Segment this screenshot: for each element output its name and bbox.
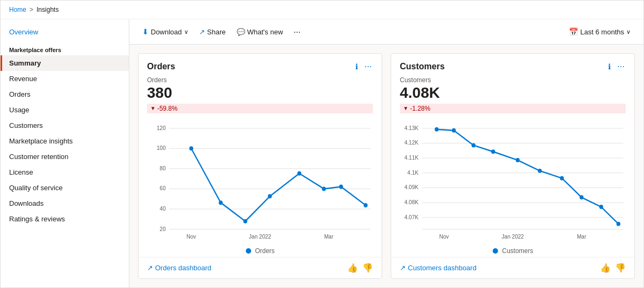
orders-chart: 120 100 80 60 40 20 Nov Jan 2022 Mar bbox=[147, 118, 373, 245]
svg-point-45 bbox=[491, 149, 495, 154]
orders-chart-area: 120 100 80 60 40 20 Nov Jan 2022 Mar bbox=[147, 118, 373, 245]
cards-area: Orders ℹ ⋯ Orders 380 bbox=[129, 45, 643, 287]
more-button[interactable]: ⋯ bbox=[289, 25, 305, 39]
orders-card-footer: ↗ Orders dashboard 👍 👎 bbox=[138, 257, 382, 278]
orders-more-icon: ⋯ bbox=[364, 62, 372, 71]
orders-legend-label: Orders bbox=[255, 247, 275, 255]
svg-text:100: 100 bbox=[157, 145, 166, 151]
customers-thumbdown-button[interactable]: 👎 bbox=[615, 263, 626, 273]
svg-point-21 bbox=[339, 184, 343, 189]
download-icon: ⬇ bbox=[142, 27, 149, 36]
svg-text:4.09K: 4.09K bbox=[404, 184, 418, 190]
svg-point-18 bbox=[268, 194, 272, 198]
customers-card-footer: ↗ Customers dashboard 👍 👎 bbox=[391, 257, 634, 278]
svg-text:Jan 2022: Jan 2022 bbox=[249, 234, 272, 240]
content-area: ⬇ Download ∨ ↗ Share 💬 What's new ⋯ 📅 bbox=[129, 19, 643, 287]
sidebar-item-revenue[interactable]: Revenue bbox=[1, 71, 129, 87]
svg-text:4.07K: 4.07K bbox=[404, 214, 418, 220]
customers-more-button[interactable]: ⋯ bbox=[616, 61, 626, 72]
whats-new-icon: 💬 bbox=[237, 28, 245, 36]
sidebar-item-license[interactable]: License bbox=[1, 164, 129, 180]
customers-chart-area: 4.13K 4.12K 4.11K 4.1K 4.09K 4.08K 4.07K… bbox=[400, 118, 626, 245]
svg-text:Jan 2022: Jan 2022 bbox=[502, 234, 524, 240]
svg-text:60: 60 bbox=[160, 185, 166, 191]
svg-point-16 bbox=[219, 200, 223, 205]
sidebar-item-marketplace-insights[interactable]: Marketplace insights bbox=[1, 133, 129, 149]
download-button[interactable]: ⬇ Download ∨ bbox=[138, 25, 193, 39]
orders-thumbup-button[interactable]: 👍 bbox=[347, 263, 358, 273]
svg-text:40: 40 bbox=[160, 205, 166, 211]
svg-point-48 bbox=[560, 176, 564, 181]
svg-text:80: 80 bbox=[160, 165, 166, 171]
orders-legend: Orders bbox=[147, 245, 373, 257]
svg-point-17 bbox=[243, 219, 247, 224]
svg-text:4.1K: 4.1K bbox=[407, 169, 419, 175]
customers-metric-value: 4.08K bbox=[400, 85, 626, 102]
customers-legend-label: Customers bbox=[502, 247, 533, 255]
customers-legend-dot bbox=[492, 248, 499, 254]
svg-point-50 bbox=[599, 205, 603, 209]
sidebar-item-summary[interactable]: Summary bbox=[1, 55, 129, 71]
svg-point-22 bbox=[364, 203, 368, 207]
sidebar-item-usage[interactable]: Usage bbox=[1, 102, 129, 118]
svg-point-42 bbox=[435, 127, 438, 132]
orders-trend-icon: ↗ bbox=[147, 264, 153, 272]
customers-card: Customers ℹ ⋯ Customers 4.08K bbox=[391, 53, 635, 279]
svg-text:Mar: Mar bbox=[577, 234, 587, 240]
customers-trend-icon: ↗ bbox=[400, 264, 406, 272]
orders-card: Orders ℹ ⋯ Orders 380 bbox=[138, 53, 382, 279]
orders-info-button[interactable]: ℹ bbox=[354, 61, 359, 72]
orders-card-header: Orders ℹ ⋯ bbox=[138, 54, 382, 76]
customers-chart: 4.13K 4.12K 4.11K 4.1K 4.09K 4.08K 4.07K… bbox=[400, 118, 626, 245]
customers-card-header: Customers ℹ ⋯ bbox=[391, 54, 634, 76]
info-icon: ℹ bbox=[355, 62, 358, 71]
svg-point-43 bbox=[452, 128, 456, 133]
sidebar-item-quality-of-service[interactable]: Quality of service bbox=[1, 180, 129, 196]
whats-new-button[interactable]: 💬 What's new bbox=[232, 25, 288, 39]
sidebar-item-downloads[interactable]: Downloads bbox=[1, 196, 129, 211]
customers-more-icon: ⋯ bbox=[617, 62, 625, 71]
svg-text:4.12K: 4.12K bbox=[404, 140, 418, 146]
svg-text:Nov: Nov bbox=[439, 234, 449, 240]
orders-thumbdown-button[interactable]: 👎 bbox=[362, 263, 373, 273]
customers-card-body: Customers 4.08K ▼ -1.28% bbox=[391, 76, 634, 257]
svg-point-51 bbox=[617, 222, 620, 226]
customers-feedback: 👍 👎 bbox=[600, 263, 626, 273]
customers-legend: Customers bbox=[400, 245, 626, 257]
svg-point-46 bbox=[516, 158, 519, 162]
customers-info-button[interactable]: ℹ bbox=[607, 61, 612, 72]
customers-thumbup-button[interactable]: 👍 bbox=[600, 263, 611, 273]
share-button[interactable]: ↗ Share bbox=[195, 25, 230, 39]
customers-card-title: Customers bbox=[400, 62, 445, 71]
sidebar-item-customers[interactable]: Customers bbox=[1, 118, 129, 133]
customers-info-icon: ℹ bbox=[608, 62, 611, 71]
orders-card-body: Orders 380 ▼ -59.8% bbox=[138, 76, 382, 257]
date-filter-button[interactable]: 📅 Last 6 months ∨ bbox=[565, 25, 635, 39]
sidebar-item-overview[interactable]: Overview bbox=[1, 24, 129, 40]
orders-more-button[interactable]: ⋯ bbox=[363, 61, 373, 72]
svg-text:4.13K: 4.13K bbox=[404, 125, 418, 131]
sidebar-item-orders[interactable]: Orders bbox=[1, 87, 129, 102]
orders-metric-value: 380 bbox=[147, 85, 373, 102]
sidebar-item-customer-retention[interactable]: Customer retention bbox=[1, 149, 129, 164]
orders-change-value: -59.8% bbox=[157, 105, 178, 112]
sidebar-section-label: Marketplace offers bbox=[1, 40, 129, 55]
breadcrumb-home[interactable]: Home bbox=[9, 6, 26, 13]
svg-point-19 bbox=[297, 171, 301, 176]
share-icon: ↗ bbox=[199, 28, 205, 36]
svg-point-52 bbox=[493, 248, 498, 254]
sidebar: Overview Marketplace offers Summary Reve… bbox=[1, 19, 129, 287]
orders-metric-label: Orders bbox=[147, 76, 373, 84]
orders-dashboard-link[interactable]: ↗ Orders dashboard bbox=[147, 264, 211, 272]
orders-legend-dot bbox=[245, 248, 252, 254]
customers-dashboard-link[interactable]: ↗ Customers dashboard bbox=[400, 264, 477, 272]
svg-text:120: 120 bbox=[157, 125, 166, 131]
svg-point-15 bbox=[189, 146, 193, 150]
svg-text:20: 20 bbox=[160, 226, 166, 232]
orders-metric-change: ▼ -59.8% bbox=[147, 104, 373, 113]
orders-change-arrow: ▼ bbox=[150, 105, 156, 111]
svg-point-47 bbox=[538, 169, 541, 173]
customers-header-actions: ℹ ⋯ bbox=[607, 61, 626, 72]
sidebar-item-ratings-reviews[interactable]: Ratings & reviews bbox=[1, 211, 129, 227]
svg-text:Mar: Mar bbox=[324, 234, 334, 240]
